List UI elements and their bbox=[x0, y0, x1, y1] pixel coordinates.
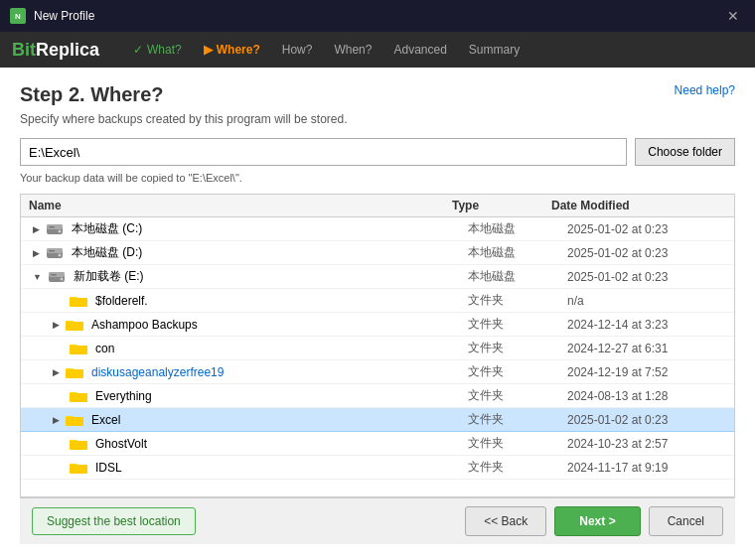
expand-icon[interactable]: ▶ bbox=[53, 320, 60, 330]
expand-icon[interactable]: ▶ bbox=[33, 248, 40, 258]
file-date-cell: 2025-01-02 at 0:23 bbox=[567, 246, 726, 260]
file-name-text: IDSL bbox=[95, 461, 122, 475]
app-icon: N bbox=[10, 8, 26, 24]
file-date-cell: 2024-12-14 at 3:23 bbox=[567, 318, 726, 332]
nav-step-how[interactable]: How? bbox=[272, 39, 323, 61]
nav-step-summary[interactable]: Summary bbox=[459, 39, 529, 61]
file-name-cell: $folderelf. bbox=[29, 294, 468, 308]
table-row[interactable]: ▶ Ashampoo Backups 文件夹 2024-12-14 at 3:2… bbox=[21, 313, 734, 337]
file-name-cell: Everything bbox=[29, 389, 468, 403]
nav-step-when[interactable]: When? bbox=[324, 39, 381, 61]
file-name-cell: ▶ 本地磁盘 (C:) bbox=[29, 220, 468, 237]
file-date-cell: 2024-08-13 at 1:28 bbox=[567, 389, 726, 403]
back-button[interactable]: << Back bbox=[465, 506, 546, 536]
table-row[interactable]: ▶ Excel 文件夹 2025-01-02 at 0:23 bbox=[21, 408, 734, 432]
file-name-text: $folderelf. bbox=[95, 294, 148, 308]
file-type-cell: 文件夹 bbox=[468, 459, 567, 476]
folder-icon bbox=[70, 342, 87, 355]
folder-icon bbox=[70, 437, 87, 451]
page-title: Step 2. Where? bbox=[20, 83, 163, 106]
nav-step-when-label: When? bbox=[334, 43, 372, 57]
file-name-cell: ▶ Ashampoo Backups bbox=[29, 318, 468, 332]
drive-icon bbox=[46, 222, 64, 236]
table-header: Name Type Date Modified bbox=[21, 195, 734, 217]
file-name-cell: GhostVolt bbox=[29, 437, 468, 451]
drive-icon bbox=[46, 246, 64, 260]
check-icon: ✓ bbox=[133, 43, 143, 57]
nav-bar: BitReplica ✓ What? ▶ Where? How? When? A… bbox=[0, 32, 755, 68]
file-date-cell: 2024-12-19 at 7:52 bbox=[567, 365, 726, 379]
file-name-cell: ▶ diskusageanalyzerfree19 bbox=[29, 365, 468, 379]
main-content: Step 2. Where? Need help? Specify where … bbox=[0, 68, 755, 560]
svg-rect-9 bbox=[49, 250, 55, 252]
choose-folder-button[interactable]: Choose folder bbox=[635, 138, 735, 166]
suggest-button[interactable]: Suggest the best location bbox=[32, 507, 196, 535]
table-row[interactable]: ▶ diskusageanalyzerfree19 文件夹 2024-12-19… bbox=[21, 360, 734, 384]
svg-rect-31 bbox=[66, 417, 83, 426]
file-type-cell: 本地磁盘 bbox=[468, 268, 567, 285]
file-list[interactable]: ▶ 本地磁盘 (C:) 本地磁盘 2025-01-02 at 0:23 ▶ bbox=[21, 217, 734, 496]
file-type-cell: 文件夹 bbox=[468, 435, 567, 452]
table-row[interactable]: Everything 文件夹 2024-08-13 at 1:28 bbox=[21, 384, 734, 408]
table-row[interactable]: ▶ 本地磁盘 (C:) 本地磁盘 2025-01-02 at 0:23 bbox=[21, 217, 734, 241]
file-type-cell: 文件夹 bbox=[468, 363, 567, 380]
expand-icon[interactable]: ▶ bbox=[33, 224, 40, 234]
table-row[interactable]: $folderelf. 文件夹 n/a bbox=[21, 289, 734, 313]
svg-point-4 bbox=[59, 229, 62, 232]
file-name-text: 本地磁盘 (D:) bbox=[72, 244, 142, 261]
logo-replica: Replica bbox=[36, 40, 99, 60]
next-button[interactable]: Next > bbox=[554, 506, 640, 536]
nav-step-advanced-label: Advanced bbox=[393, 43, 446, 57]
svg-text:N: N bbox=[15, 12, 21, 21]
svg-rect-28 bbox=[70, 393, 87, 402]
title-bar: N New Profile ✕ bbox=[0, 0, 755, 32]
logo-bit: Bit bbox=[12, 40, 36, 60]
window-title: New Profile bbox=[34, 9, 721, 23]
file-name-text: con bbox=[95, 342, 114, 355]
file-name-text: Everything bbox=[95, 389, 152, 403]
folder-icon bbox=[70, 389, 87, 403]
file-name-text: diskusageanalyzerfree19 bbox=[91, 365, 224, 379]
nav-step-where-label: Where? bbox=[217, 43, 260, 57]
file-name-text: GhostVolt bbox=[95, 437, 147, 451]
expand-icon[interactable]: ▼ bbox=[33, 272, 42, 282]
nav-step-what[interactable]: ✓ What? bbox=[123, 39, 192, 61]
table-row[interactable]: ▶ 本地磁盘 (D:) 本地磁盘 2025-01-02 at 0:23 bbox=[21, 241, 734, 265]
cancel-button[interactable]: Cancel bbox=[649, 506, 723, 536]
expand-icon[interactable]: ▶ bbox=[53, 367, 60, 377]
file-name-text: 本地磁盘 (C:) bbox=[72, 220, 142, 237]
bottom-bar: Suggest the best location << Back Next >… bbox=[20, 497, 735, 544]
file-name-cell: ▼ 新加载卷 (E:) bbox=[29, 268, 468, 285]
file-date-cell: 2025-01-02 at 0:23 bbox=[567, 222, 726, 236]
path-input[interactable] bbox=[20, 138, 627, 166]
svg-point-8 bbox=[59, 253, 62, 256]
need-help-link[interactable]: Need help? bbox=[675, 83, 735, 97]
table-row[interactable]: ▼ 新加载卷 (E:) 本地磁盘 2025-01-02 at 0:23 bbox=[21, 265, 734, 289]
nav-step-advanced[interactable]: Advanced bbox=[383, 39, 456, 61]
file-type-cell: 文件夹 bbox=[468, 387, 567, 404]
table-row[interactable]: con 文件夹 2024-12-27 at 6:31 bbox=[21, 337, 734, 360]
col-type: Type bbox=[452, 199, 551, 212]
nav-step-where[interactable]: ▶ Where? bbox=[194, 39, 270, 61]
col-date: Date Modified bbox=[551, 199, 710, 212]
folder-icon bbox=[66, 413, 83, 427]
col-name: Name bbox=[29, 199, 452, 212]
file-browser: Name Type Date Modified ▶ 本地磁盘 (C:) 本地磁盘… bbox=[20, 194, 735, 497]
table-row[interactable]: IDSL 文件夹 2024-11-17 at 9:19 bbox=[21, 456, 734, 480]
scrollbar-placeholder bbox=[710, 199, 726, 212]
file-name-cell: con bbox=[29, 342, 468, 355]
file-date-cell: n/a bbox=[567, 294, 726, 308]
arrow-icon: ▶ bbox=[204, 43, 213, 57]
close-button[interactable]: ✕ bbox=[721, 4, 745, 28]
file-type-cell: 本地磁盘 bbox=[468, 244, 567, 261]
svg-rect-22 bbox=[70, 346, 87, 354]
nav-steps: ✓ What? ▶ Where? How? When? Advanced Sum… bbox=[123, 39, 529, 61]
svg-rect-37 bbox=[70, 465, 87, 474]
file-date-cell: 2024-10-23 at 2:57 bbox=[567, 437, 726, 451]
file-name-text: 新加载卷 (E:) bbox=[74, 268, 144, 285]
nav-step-what-label: What? bbox=[147, 43, 182, 57]
file-type-cell: 文件夹 bbox=[468, 316, 567, 333]
table-row[interactable]: GhostVolt 文件夹 2024-10-23 at 2:57 bbox=[21, 432, 734, 456]
file-type-cell: 文件夹 bbox=[468, 292, 567, 309]
expand-icon[interactable]: ▶ bbox=[53, 415, 60, 425]
